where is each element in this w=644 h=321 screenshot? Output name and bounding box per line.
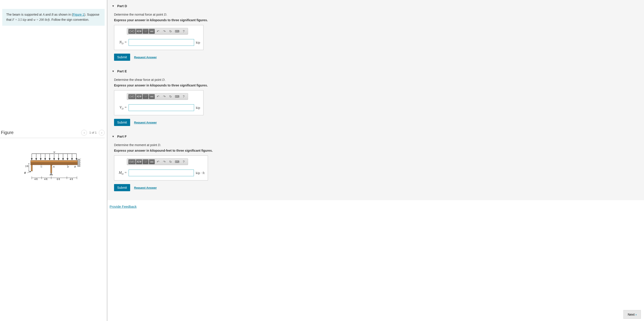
part-e-lhs: VD =	[118, 105, 127, 110]
svg-marker-20	[71, 158, 73, 160]
svg-marker-14	[58, 158, 59, 160]
part-e-answer-box: ▢√▢ ΑΣΦ ↓↑ vec ↶ ↷ ↻ ⌨ ? VD = kip	[114, 90, 204, 115]
redo-button[interactable]: ↷	[162, 94, 167, 99]
templates-button[interactable]: ▢√▢	[128, 94, 136, 99]
part-e-answer-input[interactable]	[128, 104, 194, 111]
svg-marker-18	[67, 158, 68, 160]
redo-button[interactable]: ↷	[162, 159, 167, 164]
svg-text:C: C	[41, 165, 42, 168]
part-e-request-answer-link[interactable]: Request Answer	[134, 121, 157, 124]
collapse-icon[interactable]: ▼	[112, 135, 114, 138]
greek-button[interactable]: ΑΣΦ	[136, 94, 142, 99]
figure-counter: 1 of 1	[89, 131, 96, 134]
subscript-button[interactable]: ↓↑	[143, 94, 148, 99]
keyboard-button[interactable]: ⌨	[174, 94, 180, 99]
reset-button[interactable]: ↻	[168, 29, 174, 34]
help-button[interactable]: ?	[181, 159, 186, 164]
svg-text:4 ft: 4 ft	[44, 178, 48, 181]
figure-prev-button[interactable]: ‹	[81, 130, 87, 136]
svg-line-34	[80, 158, 81, 159]
svg-marker-16	[62, 158, 64, 160]
figure-next-button[interactable]: ›	[99, 130, 105, 136]
vec-button[interactable]: vec	[149, 159, 155, 164]
problem-statement: The beam is supported at A and B as show…	[2, 9, 105, 26]
svg-line-38	[80, 166, 81, 167]
reset-button[interactable]: ↻	[168, 94, 174, 99]
figure-link[interactable]: Figure 1	[73, 13, 84, 16]
greek-button[interactable]: ΑΣΦ	[136, 29, 142, 34]
part-e-instruction: Express your answer in kilopounds to thr…	[114, 83, 637, 87]
part-f-instruction: Express your answer in kilopound-feet to…	[114, 149, 637, 152]
svg-rect-33	[78, 159, 80, 167]
figure-title: Figure	[1, 130, 14, 135]
vec-button[interactable]: vec	[149, 94, 155, 99]
part-d-unit: kip	[196, 41, 200, 44]
part-d-prompt: Determine the normal force at point D.	[114, 13, 637, 16]
collapse-icon[interactable]: ▼	[112, 4, 114, 7]
part-e-prompt: Determine the shear force at point D.	[114, 78, 637, 82]
reset-button[interactable]: ↻	[168, 159, 174, 164]
svg-line-37	[80, 164, 81, 165]
part-d-lhs: ND =	[118, 40, 127, 45]
chevron-right-icon: ›	[636, 313, 636, 316]
svg-rect-24	[31, 160, 78, 163]
part-d-request-answer-link[interactable]: Request Answer	[134, 56, 157, 59]
math-toolbar: ▢√▢ ΑΣΦ ↓↑ vec ↶ ↷ ↻ ⌨ ?	[127, 28, 188, 35]
svg-marker-48	[30, 171, 31, 172]
math-toolbar: ▢√▢ ΑΣΦ ↓↑ vec ↶ ↷ ↻ ⌨ ?	[127, 93, 188, 100]
svg-marker-6	[40, 158, 41, 160]
redo-button[interactable]: ↷	[162, 29, 167, 34]
svg-line-35	[80, 160, 81, 161]
svg-text:A: A	[53, 165, 54, 168]
help-button[interactable]: ?	[181, 94, 186, 99]
subscript-button[interactable]: ↓↑	[143, 29, 148, 34]
keyboard-button[interactable]: ⌨	[174, 29, 180, 34]
svg-marker-22	[76, 158, 77, 160]
svg-rect-26	[31, 165, 32, 171]
svg-marker-8	[44, 158, 46, 160]
part-d-answer-input[interactable]	[128, 39, 194, 46]
help-button[interactable]: ?	[181, 29, 186, 34]
svg-text:w: w	[54, 151, 55, 153]
part-f-prompt: Determine the moment at point D.	[114, 143, 637, 147]
subscript-button[interactable]: ↓↑	[143, 159, 148, 164]
collapse-icon[interactable]: ▼	[112, 70, 114, 73]
svg-rect-25	[31, 163, 78, 165]
templates-button[interactable]: ▢√▢	[128, 159, 136, 164]
greek-button[interactable]: ΑΣΦ	[136, 159, 142, 164]
undo-button[interactable]: ↶	[155, 29, 161, 34]
svg-text:4 ft: 4 ft	[34, 178, 38, 181]
part-f-lhs: MD =	[118, 171, 127, 175]
svg-marker-4	[36, 158, 37, 160]
part-e-unit: kip	[196, 106, 200, 110]
undo-button[interactable]: ↶	[155, 94, 161, 99]
part-f-submit-button[interactable]: Submit	[114, 184, 130, 191]
part-d-submit-button[interactable]: Submit	[114, 54, 130, 61]
svg-text:4 ft: 4 ft	[70, 178, 73, 181]
templates-button[interactable]: ▢√▢	[128, 29, 136, 34]
svg-marker-2	[31, 158, 32, 160]
vec-button[interactable]: vec	[149, 29, 155, 34]
part-f-request-answer-link[interactable]: Request Answer	[134, 186, 157, 189]
part-d-instruction: Express your answer in kilopounds to thr…	[114, 18, 637, 22]
svg-rect-31	[50, 165, 52, 173]
part-f-answer-input[interactable]	[128, 170, 194, 176]
part-e-title: Part E	[117, 69, 127, 73]
figure-diagram: w 3 ft	[0, 151, 105, 185]
keyboard-button[interactable]: ⌨	[174, 159, 180, 164]
math-toolbar: ▢√▢ ΑΣΦ ↓↑ vec ↶ ↷ ↻ ⌨ ?	[127, 158, 188, 165]
part-e-submit-button[interactable]: Submit	[114, 119, 130, 126]
part-f-unit: kip · ft	[196, 171, 204, 175]
svg-marker-32	[50, 173, 53, 175]
svg-line-36	[80, 162, 81, 163]
svg-marker-10	[49, 158, 50, 160]
svg-text:B: B	[74, 165, 76, 168]
part-f-title: Part F	[117, 134, 127, 138]
undo-button[interactable]: ↶	[155, 159, 161, 164]
part-d-title: Part D	[117, 4, 127, 8]
svg-text:3 ft: 3 ft	[25, 165, 28, 168]
provide-feedback-link[interactable]: Provide Feedback	[107, 200, 139, 213]
svg-text:6 ft: 6 ft	[57, 178, 60, 181]
part-d-answer-box: ▢√▢ ΑΣΦ ↓↑ vec ↶ ↷ ↻ ⌨ ? ND = kip	[114, 25, 204, 50]
next-button[interactable]: Next›	[624, 310, 641, 319]
